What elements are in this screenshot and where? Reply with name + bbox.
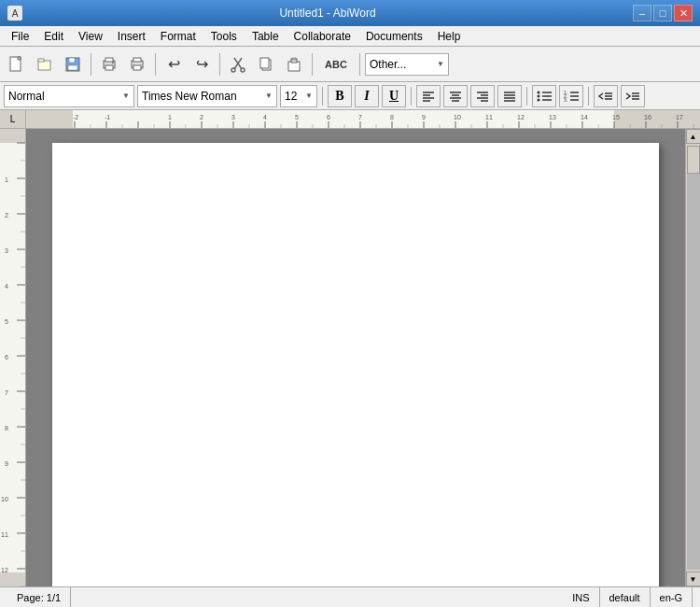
italic-button[interactable]: I: [355, 85, 379, 107]
scroll-up-button[interactable]: ▲: [686, 129, 701, 144]
svg-text:4: 4: [5, 283, 8, 289]
svg-rect-19: [260, 58, 269, 68]
svg-text:16: 16: [644, 114, 651, 120]
svg-text:6: 6: [5, 354, 8, 360]
svg-text:11: 11: [1, 531, 8, 538]
redo-button[interactable]: ↪: [189, 51, 215, 78]
menu-documents[interactable]: Documents: [358, 28, 430, 45]
italic-icon: I: [364, 89, 369, 104]
scroll-down-button[interactable]: ▼: [686, 572, 701, 586]
menu-help[interactable]: Help: [430, 28, 469, 45]
status-bar: Page: 1/1 INS default en-G: [0, 586, 700, 607]
font-value: Times New Roman: [142, 90, 237, 103]
print-preview-button[interactable]: [124, 51, 150, 78]
svg-text:11: 11: [485, 114, 493, 120]
font-dropdown[interactable]: Times New Roman ▼: [137, 85, 277, 107]
minimize-button[interactable]: –: [633, 5, 651, 21]
svg-text:7: 7: [358, 114, 362, 120]
numbering-button[interactable]: 1. 2. 3.: [559, 85, 583, 107]
page-info: Page: 1/1: [17, 592, 61, 603]
underline-button[interactable]: U: [382, 85, 406, 107]
fmt-sep-4: [588, 87, 589, 106]
paste-button[interactable]: [281, 51, 307, 78]
indent-icon: [624, 90, 641, 103]
svg-text:6: 6: [327, 114, 330, 120]
zoom-dropdown[interactable]: Other... ▼: [365, 53, 449, 76]
save-button[interactable]: [60, 51, 86, 78]
menu-collaborate[interactable]: Collaborate: [287, 28, 358, 45]
bullets-button[interactable]: [532, 85, 556, 107]
menu-format[interactable]: Format: [153, 28, 203, 45]
fmt-sep-1: [322, 87, 323, 106]
indent-in-button[interactable]: [621, 85, 645, 107]
vertical-scrollbar[interactable]: ▲ ▼: [685, 129, 700, 586]
size-dropdown[interactable]: 12 ▼: [280, 85, 317, 107]
abc-label: ABC: [325, 59, 347, 70]
indent-out-button[interactable]: [594, 85, 618, 107]
undo-button[interactable]: ↩: [161, 51, 187, 78]
outdent-icon: [597, 90, 614, 103]
align-right-icon: [475, 90, 490, 103]
numbering-icon: 1. 2. 3.: [563, 90, 580, 103]
copy-button[interactable]: [253, 51, 279, 78]
menu-edit[interactable]: Edit: [36, 28, 71, 45]
svg-text:5: 5: [295, 114, 299, 120]
align-center-icon: [448, 90, 463, 103]
menu-insert[interactable]: Insert: [110, 28, 153, 45]
copy-icon: [258, 56, 274, 73]
open-icon: [36, 56, 53, 73]
print-button[interactable]: [96, 51, 122, 78]
align-justify-icon: [502, 90, 517, 103]
svg-point-40: [538, 94, 540, 97]
separator-5: [359, 53, 360, 76]
open-button[interactable]: [32, 51, 58, 78]
menu-bar: File Edit View Insert Format Tools Table…: [0, 26, 700, 47]
vertical-ruler: 123456789101112: [0, 129, 26, 586]
svg-point-10: [112, 62, 114, 64]
fmt-sep-2: [411, 87, 412, 106]
document-scroll-area[interactable]: [26, 129, 685, 586]
new-button[interactable]: [4, 51, 30, 78]
window-controls: – □ ✕: [633, 5, 693, 21]
svg-text:14: 14: [581, 114, 588, 120]
spellcheck-button[interactable]: ABC: [317, 51, 355, 78]
svg-rect-13: [133, 65, 141, 70]
paste-icon: [286, 56, 302, 73]
main-area: 123456789101112 ▲ ▼: [0, 129, 700, 586]
bold-button[interactable]: B: [328, 85, 352, 107]
format-toolbar: Normal ▼ Times New Roman ▼ 12 ▼ B I U: [0, 82, 700, 110]
close-button[interactable]: ✕: [674, 5, 693, 21]
scroll-track[interactable]: [687, 146, 700, 570]
svg-text:10: 10: [454, 114, 461, 120]
svg-text:3.: 3.: [564, 97, 567, 103]
cut-button[interactable]: [225, 51, 251, 78]
align-left-button[interactable]: [416, 85, 441, 107]
svg-rect-8: [105, 58, 113, 62]
underline-icon: U: [389, 89, 399, 104]
cut-icon: [231, 56, 245, 73]
style-dropdown[interactable]: Normal ▼: [4, 85, 134, 107]
svg-text:5: 5: [5, 318, 8, 325]
svg-rect-5: [69, 58, 75, 63]
save-icon: [64, 56, 81, 73]
default-lang: default: [609, 592, 640, 603]
svg-text:3: 3: [231, 114, 235, 120]
size-value: 12: [285, 90, 297, 103]
scroll-thumb[interactable]: [687, 146, 700, 174]
menu-table[interactable]: Table: [245, 28, 287, 45]
zoom-value: Other...: [370, 58, 437, 71]
menu-tools[interactable]: Tools: [203, 28, 245, 45]
default-lang-section: default: [600, 587, 651, 607]
align-center-button[interactable]: [443, 85, 468, 107]
svg-text:4: 4: [263, 114, 267, 120]
maximize-button[interactable]: □: [653, 5, 672, 21]
lang-code: en-G: [660, 592, 682, 603]
align-justify-button[interactable]: [497, 85, 522, 107]
bullets-icon: [536, 90, 553, 103]
menu-file[interactable]: File: [4, 28, 36, 45]
align-right-button[interactable]: [470, 85, 495, 107]
vertical-ruler-svg: 123456789101112: [0, 129, 26, 586]
app-icon: A: [7, 6, 22, 21]
menu-view[interactable]: View: [71, 28, 110, 45]
svg-text:-2: -2: [73, 114, 78, 120]
